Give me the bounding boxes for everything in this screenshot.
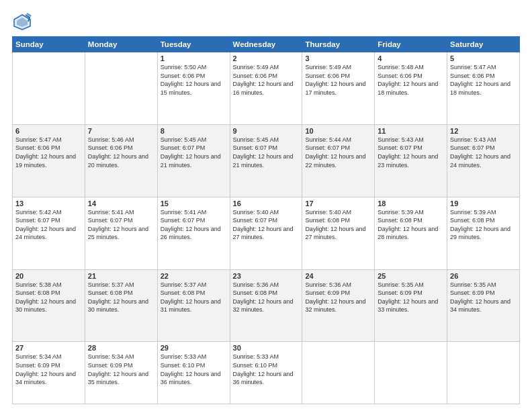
calendar-cell: 26Sunrise: 5:35 AM Sunset: 6:09 PM Dayli… (447, 269, 520, 342)
day-number: 12 (450, 127, 517, 135)
day-number: 14 (88, 199, 154, 208)
calendar-cell: 18Sunrise: 5:39 AM Sunset: 6:08 PM Dayli… (375, 197, 447, 269)
day-info: Sunrise: 5:37 AM Sunset: 6:08 PM Dayligh… (88, 281, 154, 314)
day-info: Sunrise: 5:35 AM Sunset: 6:09 PM Dayligh… (450, 281, 517, 314)
day-number: 24 (305, 272, 371, 280)
logo-icon (12, 12, 32, 31)
calendar-cell: 3Sunrise: 5:49 AM Sunset: 6:06 PM Daylig… (302, 52, 375, 125)
day-number: 7 (88, 127, 154, 135)
day-number: 26 (450, 272, 517, 280)
col-header-thursday: Thursday (302, 37, 375, 52)
calendar-week-row: 13Sunrise: 5:42 AM Sunset: 6:07 PM Dayli… (13, 197, 520, 269)
day-info: Sunrise: 5:45 AM Sunset: 6:07 PM Dayligh… (233, 136, 300, 169)
day-info: Sunrise: 5:35 AM Sunset: 6:09 PM Dayligh… (378, 281, 444, 314)
day-number: 22 (161, 272, 227, 280)
day-info: Sunrise: 5:40 AM Sunset: 6:07 PM Dayligh… (233, 208, 300, 242)
calendar-cell: 14Sunrise: 5:41 AM Sunset: 6:07 PM Dayli… (85, 197, 157, 269)
calendar-header-row: SundayMondayTuesdayWednesdayThursdayFrid… (13, 37, 520, 52)
day-number: 3 (305, 54, 371, 62)
day-number: 19 (450, 199, 517, 208)
day-info: Sunrise: 5:49 AM Sunset: 6:06 PM Dayligh… (233, 63, 300, 97)
day-info: Sunrise: 5:42 AM Sunset: 6:07 PM Dayligh… (15, 208, 82, 242)
header (12, 12, 520, 31)
day-info: Sunrise: 5:39 AM Sunset: 6:08 PM Dayligh… (450, 208, 517, 242)
day-number: 25 (378, 272, 444, 280)
day-info: Sunrise: 5:33 AM Sunset: 6:10 PM Dayligh… (233, 353, 300, 386)
calendar-cell: 17Sunrise: 5:40 AM Sunset: 6:08 PM Dayli… (302, 197, 375, 269)
day-info: Sunrise: 5:50 AM Sunset: 6:06 PM Dayligh… (161, 63, 227, 97)
day-number: 17 (305, 199, 371, 208)
day-number: 6 (15, 127, 82, 135)
calendar-cell (13, 52, 85, 125)
calendar-cell: 11Sunrise: 5:43 AM Sunset: 6:07 PM Dayli… (375, 124, 447, 197)
day-number: 9 (233, 127, 300, 135)
day-info: Sunrise: 5:41 AM Sunset: 6:07 PM Dayligh… (161, 208, 227, 242)
day-number: 20 (15, 272, 82, 280)
day-info: Sunrise: 5:37 AM Sunset: 6:08 PM Dayligh… (161, 281, 227, 314)
calendar-cell: 13Sunrise: 5:42 AM Sunset: 6:07 PM Dayli… (13, 197, 85, 269)
day-number: 4 (378, 54, 444, 62)
day-number: 8 (161, 127, 227, 135)
calendar-cell: 6Sunrise: 5:47 AM Sunset: 6:06 PM Daylig… (13, 124, 85, 197)
calendar-cell: 5Sunrise: 5:47 AM Sunset: 6:06 PM Daylig… (447, 52, 520, 125)
calendar-cell: 19Sunrise: 5:39 AM Sunset: 6:08 PM Dayli… (447, 197, 520, 269)
day-info: Sunrise: 5:34 AM Sunset: 6:09 PM Dayligh… (88, 353, 154, 386)
calendar-cell: 16Sunrise: 5:40 AM Sunset: 6:07 PM Dayli… (230, 197, 302, 269)
day-info: Sunrise: 5:45 AM Sunset: 6:07 PM Dayligh… (161, 136, 227, 169)
calendar-cell: 23Sunrise: 5:36 AM Sunset: 6:08 PM Dayli… (230, 269, 302, 342)
day-number: 21 (88, 272, 154, 280)
day-number: 10 (305, 127, 371, 135)
day-number: 2 (233, 54, 300, 62)
calendar-cell (447, 342, 520, 404)
day-info: Sunrise: 5:48 AM Sunset: 6:06 PM Dayligh… (378, 63, 444, 97)
day-info: Sunrise: 5:40 AM Sunset: 6:08 PM Dayligh… (305, 208, 371, 242)
day-number: 11 (378, 127, 444, 135)
calendar-cell: 12Sunrise: 5:43 AM Sunset: 6:07 PM Dayli… (447, 124, 520, 197)
calendar-week-row: 27Sunrise: 5:34 AM Sunset: 6:09 PM Dayli… (13, 342, 520, 404)
day-number: 13 (15, 199, 82, 208)
day-number: 5 (450, 54, 517, 62)
col-header-wednesday: Wednesday (230, 37, 302, 52)
day-info: Sunrise: 5:34 AM Sunset: 6:09 PM Dayligh… (15, 353, 82, 386)
calendar-cell: 29Sunrise: 5:33 AM Sunset: 6:10 PM Dayli… (157, 342, 230, 404)
day-number: 1 (161, 54, 227, 62)
day-number: 28 (88, 344, 154, 352)
day-info: Sunrise: 5:36 AM Sunset: 6:08 PM Dayligh… (233, 281, 300, 314)
day-number: 16 (233, 199, 300, 208)
day-info: Sunrise: 5:49 AM Sunset: 6:06 PM Dayligh… (305, 63, 371, 97)
day-info: Sunrise: 5:36 AM Sunset: 6:09 PM Dayligh… (305, 281, 371, 314)
calendar-week-row: 6Sunrise: 5:47 AM Sunset: 6:06 PM Daylig… (13, 124, 520, 197)
calendar-cell: 27Sunrise: 5:34 AM Sunset: 6:09 PM Dayli… (13, 342, 85, 404)
calendar-cell (375, 342, 447, 404)
calendar-cell: 8Sunrise: 5:45 AM Sunset: 6:07 PM Daylig… (157, 124, 230, 197)
day-info: Sunrise: 5:47 AM Sunset: 6:06 PM Dayligh… (15, 136, 82, 169)
day-info: Sunrise: 5:43 AM Sunset: 6:07 PM Dayligh… (450, 136, 517, 169)
calendar-week-row: 20Sunrise: 5:38 AM Sunset: 6:08 PM Dayli… (13, 269, 520, 342)
day-number: 27 (15, 344, 82, 352)
calendar-cell: 30Sunrise: 5:33 AM Sunset: 6:10 PM Dayli… (230, 342, 302, 404)
calendar-cell (302, 342, 375, 404)
day-number: 29 (161, 344, 227, 352)
day-info: Sunrise: 5:41 AM Sunset: 6:07 PM Dayligh… (88, 208, 154, 242)
day-info: Sunrise: 5:33 AM Sunset: 6:10 PM Dayligh… (161, 353, 227, 386)
calendar-cell: 2Sunrise: 5:49 AM Sunset: 6:06 PM Daylig… (230, 52, 302, 125)
calendar-week-row: 1Sunrise: 5:50 AM Sunset: 6:06 PM Daylig… (13, 52, 520, 125)
day-info: Sunrise: 5:43 AM Sunset: 6:07 PM Dayligh… (378, 136, 444, 169)
calendar-cell: 4Sunrise: 5:48 AM Sunset: 6:06 PM Daylig… (375, 52, 447, 125)
calendar-cell: 7Sunrise: 5:46 AM Sunset: 6:06 PM Daylig… (85, 124, 157, 197)
day-number: 15 (161, 199, 227, 208)
day-info: Sunrise: 5:46 AM Sunset: 6:06 PM Dayligh… (88, 136, 154, 169)
calendar-cell: 21Sunrise: 5:37 AM Sunset: 6:08 PM Dayli… (85, 269, 157, 342)
col-header-tuesday: Tuesday (157, 37, 230, 52)
calendar-cell: 28Sunrise: 5:34 AM Sunset: 6:09 PM Dayli… (85, 342, 157, 404)
day-info: Sunrise: 5:38 AM Sunset: 6:08 PM Dayligh… (15, 281, 82, 314)
calendar-cell: 24Sunrise: 5:36 AM Sunset: 6:09 PM Dayli… (302, 269, 375, 342)
calendar-cell: 10Sunrise: 5:44 AM Sunset: 6:07 PM Dayli… (302, 124, 375, 197)
calendar-cell: 1Sunrise: 5:50 AM Sunset: 6:06 PM Daylig… (157, 52, 230, 125)
col-header-saturday: Saturday (447, 37, 520, 52)
day-info: Sunrise: 5:39 AM Sunset: 6:08 PM Dayligh… (378, 208, 444, 242)
day-number: 23 (233, 272, 300, 280)
day-info: Sunrise: 5:47 AM Sunset: 6:06 PM Dayligh… (450, 63, 517, 97)
calendar-cell: 9Sunrise: 5:45 AM Sunset: 6:07 PM Daylig… (230, 124, 302, 197)
calendar-cell (85, 52, 157, 125)
